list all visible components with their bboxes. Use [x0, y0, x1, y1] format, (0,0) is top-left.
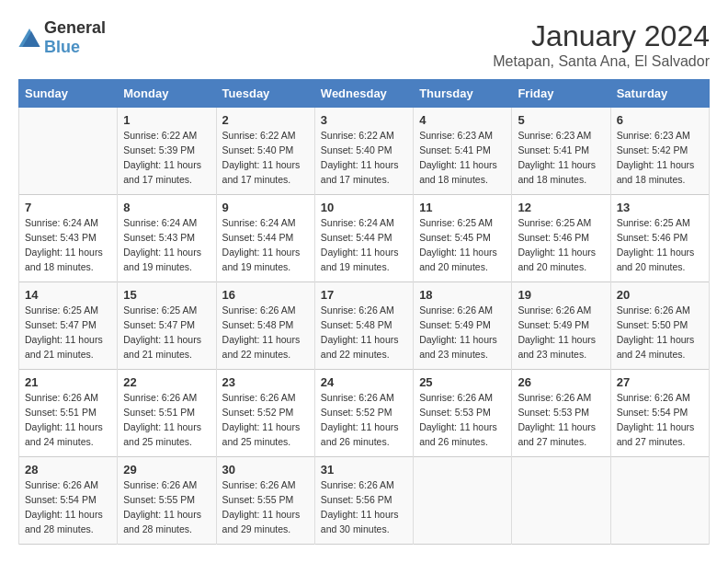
logo-icon	[18, 29, 40, 47]
header-monday: Monday	[118, 80, 216, 108]
calendar-subtitle: Metapan, Santa Ana, El Salvador	[493, 53, 710, 70]
week-row-5: 28Sunrise: 6:26 AMSunset: 5:54 PMDayligh…	[19, 457, 710, 545]
day-detail: Sunrise: 6:26 AMSunset: 5:49 PMDaylight:…	[518, 304, 596, 359]
day-cell: 11Sunrise: 6:25 AMSunset: 5:45 PMDayligh…	[414, 195, 512, 282]
day-detail: Sunrise: 6:26 AMSunset: 5:48 PMDaylight:…	[222, 304, 301, 359]
day-cell: 13Sunrise: 6:25 AMSunset: 5:46 PMDayligh…	[610, 195, 709, 282]
day-number: 14	[25, 288, 111, 302]
day-detail: Sunrise: 6:26 AMSunset: 5:54 PMDaylight:…	[25, 479, 103, 534]
day-number: 13	[617, 201, 703, 214]
calendar-title: January 2024	[493, 18, 710, 53]
day-detail: Sunrise: 6:26 AMSunset: 5:49 PMDaylight:…	[419, 304, 497, 359]
header-friday: Friday	[512, 80, 610, 108]
day-cell: 8Sunrise: 6:24 AMSunset: 5:43 PMDaylight…	[118, 195, 216, 282]
day-cell: 14Sunrise: 6:25 AMSunset: 5:47 PMDayligh…	[19, 282, 118, 370]
day-cell: 1Sunrise: 6:22 AMSunset: 5:39 PMDaylight…	[118, 108, 216, 195]
day-detail: Sunrise: 6:26 AMSunset: 5:50 PMDaylight:…	[617, 304, 695, 359]
day-cell: 25Sunrise: 6:26 AMSunset: 5:53 PMDayligh…	[414, 370, 512, 457]
day-cell: 16Sunrise: 6:26 AMSunset: 5:48 PMDayligh…	[216, 282, 314, 370]
day-detail: Sunrise: 6:24 AMSunset: 5:44 PMDaylight:…	[321, 217, 399, 271]
day-number: 28	[25, 463, 111, 477]
day-cell: 7Sunrise: 6:24 AMSunset: 5:43 PMDaylight…	[19, 195, 118, 282]
day-number: 25	[419, 375, 506, 389]
header-sunday: Sunday	[19, 80, 118, 108]
day-cell: 24Sunrise: 6:26 AMSunset: 5:52 PMDayligh…	[314, 370, 413, 457]
day-detail: Sunrise: 6:26 AMSunset: 5:48 PMDaylight:…	[321, 304, 399, 359]
day-detail: Sunrise: 6:22 AMSunset: 5:39 PMDaylight:…	[123, 130, 201, 184]
day-detail: Sunrise: 6:25 AMSunset: 5:46 PMDaylight:…	[518, 217, 596, 271]
logo: General Blue	[18, 18, 106, 57]
day-cell: 3Sunrise: 6:22 AMSunset: 5:40 PMDaylight…	[314, 108, 413, 195]
day-number: 5	[518, 113, 604, 127]
day-cell: 6Sunrise: 6:23 AMSunset: 5:42 PMDaylight…	[610, 108, 709, 195]
day-detail: Sunrise: 6:25 AMSunset: 5:47 PMDaylight:…	[25, 304, 103, 359]
day-detail: Sunrise: 6:26 AMSunset: 5:54 PMDaylight:…	[617, 392, 695, 446]
day-number: 22	[123, 375, 210, 389]
day-detail: Sunrise: 6:26 AMSunset: 5:53 PMDaylight:…	[419, 392, 497, 446]
day-number: 3	[321, 113, 407, 127]
day-number: 15	[123, 288, 210, 302]
day-cell: 10Sunrise: 6:24 AMSunset: 5:44 PMDayligh…	[314, 195, 413, 282]
day-cell: 17Sunrise: 6:26 AMSunset: 5:48 PMDayligh…	[314, 282, 413, 370]
calendar-header-row: SundayMondayTuesdayWednesdayThursdayFrid…	[19, 80, 710, 108]
day-number: 9	[222, 201, 309, 214]
day-number: 29	[123, 463, 210, 477]
day-cell: 18Sunrise: 6:26 AMSunset: 5:49 PMDayligh…	[414, 282, 512, 370]
day-number: 23	[222, 375, 309, 389]
week-row-4: 21Sunrise: 6:26 AMSunset: 5:51 PMDayligh…	[19, 370, 710, 457]
day-detail: Sunrise: 6:25 AMSunset: 5:47 PMDaylight:…	[123, 304, 201, 359]
day-number: 1	[123, 113, 210, 127]
day-detail: Sunrise: 6:24 AMSunset: 5:44 PMDaylight:…	[222, 217, 301, 271]
day-number: 18	[419, 288, 506, 302]
day-number: 20	[617, 288, 703, 302]
day-detail: Sunrise: 6:26 AMSunset: 5:56 PMDaylight:…	[321, 479, 399, 534]
day-cell: 26Sunrise: 6:26 AMSunset: 5:53 PMDayligh…	[512, 370, 610, 457]
day-number: 7	[25, 201, 111, 214]
day-detail: Sunrise: 6:26 AMSunset: 5:52 PMDaylight:…	[321, 392, 399, 446]
day-cell: 5Sunrise: 6:23 AMSunset: 5:41 PMDaylight…	[512, 108, 610, 195]
day-cell: 22Sunrise: 6:26 AMSunset: 5:51 PMDayligh…	[118, 370, 216, 457]
day-cell: 28Sunrise: 6:26 AMSunset: 5:54 PMDayligh…	[19, 457, 118, 545]
header-tuesday: Tuesday	[216, 80, 314, 108]
day-cell	[414, 457, 512, 545]
day-cell: 2Sunrise: 6:22 AMSunset: 5:40 PMDaylight…	[216, 108, 314, 195]
day-cell: 27Sunrise: 6:26 AMSunset: 5:54 PMDayligh…	[610, 370, 709, 457]
day-number: 4	[419, 113, 506, 127]
day-detail: Sunrise: 6:26 AMSunset: 5:52 PMDaylight:…	[222, 392, 301, 446]
day-cell: 21Sunrise: 6:26 AMSunset: 5:51 PMDayligh…	[19, 370, 118, 457]
logo-general: General	[44, 18, 106, 37]
day-cell: 29Sunrise: 6:26 AMSunset: 5:55 PMDayligh…	[118, 457, 216, 545]
day-cell: 15Sunrise: 6:25 AMSunset: 5:47 PMDayligh…	[118, 282, 216, 370]
day-detail: Sunrise: 6:24 AMSunset: 5:43 PMDaylight:…	[123, 217, 201, 271]
day-number: 21	[25, 375, 111, 389]
day-detail: Sunrise: 6:24 AMSunset: 5:43 PMDaylight:…	[25, 217, 103, 271]
day-detail: Sunrise: 6:23 AMSunset: 5:41 PMDaylight:…	[518, 130, 596, 184]
day-cell: 19Sunrise: 6:26 AMSunset: 5:49 PMDayligh…	[512, 282, 610, 370]
day-cell	[610, 457, 709, 545]
logo-text: General Blue	[44, 18, 106, 57]
day-detail: Sunrise: 6:25 AMSunset: 5:46 PMDaylight:…	[617, 217, 695, 271]
day-number: 10	[321, 201, 407, 214]
day-number: 27	[617, 375, 703, 389]
day-cell: 12Sunrise: 6:25 AMSunset: 5:46 PMDayligh…	[512, 195, 610, 282]
day-number: 11	[419, 201, 506, 214]
day-number: 24	[321, 375, 407, 389]
day-number: 26	[518, 375, 604, 389]
day-number: 6	[617, 113, 703, 127]
page-header: General Blue January 2024 Metapan, Santa…	[18, 18, 710, 70]
week-row-3: 14Sunrise: 6:25 AMSunset: 5:47 PMDayligh…	[19, 282, 710, 370]
day-cell: 20Sunrise: 6:26 AMSunset: 5:50 PMDayligh…	[610, 282, 709, 370]
day-cell: 23Sunrise: 6:26 AMSunset: 5:52 PMDayligh…	[216, 370, 314, 457]
day-detail: Sunrise: 6:23 AMSunset: 5:41 PMDaylight:…	[419, 130, 497, 184]
header-saturday: Saturday	[610, 80, 709, 108]
day-number: 30	[222, 463, 309, 477]
week-row-1: 1Sunrise: 6:22 AMSunset: 5:39 PMDaylight…	[19, 108, 710, 195]
title-block: January 2024 Metapan, Santa Ana, El Salv…	[493, 18, 710, 70]
day-number: 2	[222, 113, 309, 127]
day-cell: 30Sunrise: 6:26 AMSunset: 5:55 PMDayligh…	[216, 457, 314, 545]
day-cell	[19, 108, 118, 195]
logo-blue: Blue	[44, 38, 80, 56]
day-cell	[512, 457, 610, 545]
day-cell: 4Sunrise: 6:23 AMSunset: 5:41 PMDaylight…	[414, 108, 512, 195]
day-detail: Sunrise: 6:22 AMSunset: 5:40 PMDaylight:…	[321, 130, 399, 184]
